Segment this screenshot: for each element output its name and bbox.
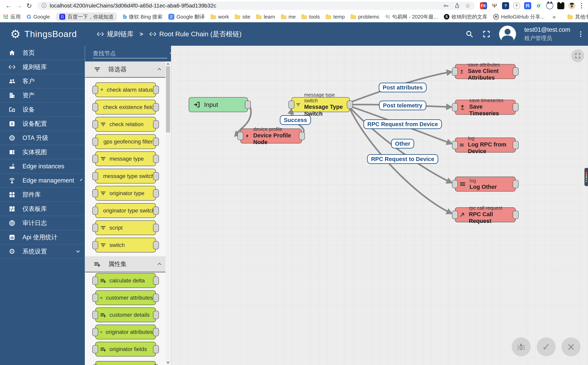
endpoint[interactable] [153, 120, 159, 128]
sidebar-item-dashboards[interactable]: 仪表板库 [0, 202, 85, 216]
sidebar-item-system-settings[interactable]: ⚙ 系统设置 [0, 244, 85, 259]
sidebar-item-device-profiles[interactable]: D 设备配置 [0, 117, 85, 131]
endpoint[interactable] [513, 211, 519, 219]
palette-node-customer-details[interactable]: customer details [95, 308, 156, 322]
endpoint[interactable] [92, 120, 98, 128]
endpoint[interactable] [92, 365, 98, 365]
endpoint[interactable] [153, 189, 159, 197]
bookmark-folder-site[interactable]: site [235, 14, 250, 20]
canvas-node-input[interactable]: Input [189, 97, 248, 112]
endpoint[interactable] [153, 365, 159, 365]
apply-changes-button[interactable]: ✓ [537, 337, 556, 356]
reload-icon[interactable]: ↻ [24, 2, 34, 10]
bookmarks-overflow-icon[interactable]: » [553, 14, 556, 20]
bookmark-other-bookmarks[interactable]: 其他书签 [567, 14, 588, 20]
sidebar-item-rule-chains[interactable]: 规则链库 [0, 60, 85, 74]
endpoint[interactable] [513, 67, 519, 76]
endpoint[interactable] [92, 155, 98, 163]
edge-label-rpc-request-from-device[interactable]: RPC Request from Device [363, 119, 442, 129]
palette-node-message-type-switch[interactable]: message type switch [95, 169, 156, 183]
canvas-node-save-timeseries[interactable]: save timeseries Save Timeseries [455, 100, 516, 115]
endpoint[interactable] [452, 67, 458, 76]
endpoint[interactable] [289, 100, 294, 109]
endpoint[interactable] [92, 103, 98, 111]
endpoint[interactable] [237, 132, 243, 140]
discard-changes-button[interactable]: × [562, 337, 581, 356]
endpoint[interactable] [92, 189, 98, 197]
endpoint[interactable] [153, 276, 159, 285]
palette-node-message-type[interactable]: message type [95, 151, 156, 166]
endpoint[interactable] [153, 86, 159, 94]
back-icon[interactable]: ← [4, 2, 14, 9]
canvas-node-message-type-switch[interactable]: message type switch Message Type Switch [291, 97, 350, 112]
palette-node-partial[interactable] [95, 361, 156, 365]
fullscreen-icon[interactable] [482, 30, 491, 38]
scrollbar-thumb[interactable] [166, 66, 170, 133]
endpoint[interactable] [92, 172, 98, 180]
bookmark-folder-tools[interactable]: tools [302, 14, 320, 20]
endpoint[interactable] [452, 141, 458, 149]
bookmark-star-icon[interactable]: ☆ [465, 2, 470, 9]
puzzle-extension-icon[interactable] [557, 2, 564, 9]
palette-node-originator-attributes[interactable]: originator attributes [95, 325, 156, 339]
scroll-down-icon[interactable] [166, 362, 170, 364]
bookmark-juyiwang[interactable]: 句 句易网 - 2020年最... [385, 14, 438, 20]
bookmark-hellogithub[interactable]: H HelloGitHub 分享... [493, 14, 545, 20]
bookmark-folder-problems[interactable]: problems [351, 14, 379, 20]
edge-label-post-attributes[interactable]: Post attributes [379, 83, 426, 92]
bookmark-baidu[interactable]: 百 百度一下，你就知道 [56, 12, 117, 21]
endpoint[interactable] [153, 138, 159, 146]
endpoint[interactable] [153, 103, 159, 111]
docked-side-tab[interactable] [584, 168, 588, 186]
info-icon[interactable]: ⓘ [41, 2, 47, 9]
sidebar-item-edge-management[interactable]: Edge management [0, 173, 85, 188]
canvas-node-rpc-call-request[interactable]: rpc call request RPC Call Request [455, 207, 516, 222]
bookmark-folder-me[interactable]: me [281, 14, 296, 20]
key-icon[interactable] [443, 3, 449, 9]
url-text[interactable]: localhost:4200/ruleChains/3d06d4f0-a65d-… [50, 3, 438, 9]
endpoint[interactable] [299, 132, 305, 140]
fe-extension-icon[interactable]: FE [480, 2, 487, 9]
endpoint[interactable] [153, 224, 159, 232]
user-info[interactable]: test01@test.com 租户管理员 [524, 26, 570, 42]
browser-menu-icon[interactable] [581, 3, 582, 8]
sigma-extension-icon[interactable]: σ [535, 2, 542, 9]
canvas-node-save-attributes[interactable]: save attributes Save Client Attributes [455, 64, 516, 79]
endpoint[interactable] [92, 86, 98, 94]
canvas-node-log-rpc-from-device[interactable]: log Log RPC from Device [455, 138, 516, 153]
sidebar-item-devices[interactable]: 设备 [0, 103, 85, 117]
profile-avatar-icon[interactable] [568, 2, 575, 9]
sidebar-item-customers[interactable]: 客户 [0, 74, 85, 88]
endpoint[interactable] [153, 207, 159, 215]
palette-node-check-relation[interactable]: check relation [95, 117, 156, 132]
bookmark-folder-temp[interactable]: temp [326, 14, 345, 20]
plant-extension-icon[interactable]: Ψ [491, 2, 498, 9]
endpoint[interactable] [92, 328, 98, 336]
endpoint[interactable] [153, 155, 159, 163]
bookmark-folder-work[interactable]: work [211, 14, 229, 20]
share-icon[interactable] [454, 3, 460, 9]
palette-node-customer-attributes[interactable]: customer attributes [95, 290, 156, 305]
header-menu-icon[interactable] [580, 31, 581, 37]
endpoint[interactable] [92, 294, 98, 302]
sidebar-item-assets[interactable]: 资产 [0, 88, 85, 103]
edge-label-post-telemetry[interactable]: Post telemetry [379, 101, 426, 110]
edge-label-other[interactable]: Other [391, 139, 414, 149]
palette-node-calculate-delta[interactable]: calculate delta [95, 273, 156, 288]
bookmark-translate[interactable]: 文 Google 翻译 [168, 14, 205, 20]
canvas-fullscreen-button[interactable] [571, 49, 584, 62]
palette-node-gps-geofencing-filter[interactable]: gps geofencing filter [95, 134, 156, 149]
endpoint[interactable] [153, 172, 159, 180]
bookmark-apps[interactable]: 应用 [3, 14, 21, 20]
sidebar-item-entity-views[interactable]: 实体视图 [0, 145, 85, 159]
sidebar-item-audit-logs[interactable]: 审计日志 [0, 216, 85, 230]
endpoint[interactable] [92, 224, 98, 232]
palette-node-switch[interactable]: switch [95, 238, 156, 253]
palette-section-attributes[interactable]: 属性集 [85, 256, 166, 272]
address-bar[interactable]: ⓘ localhost:4200/ruleChains/3d06d4f0-a65… [37, 2, 475, 10]
endpoint[interactable] [153, 328, 159, 336]
endpoint[interactable] [347, 100, 353, 109]
endpoint[interactable] [92, 311, 98, 319]
endpoint[interactable] [92, 241, 98, 249]
sidebar-item-edge-instances[interactable]: Edge instances [0, 159, 85, 173]
